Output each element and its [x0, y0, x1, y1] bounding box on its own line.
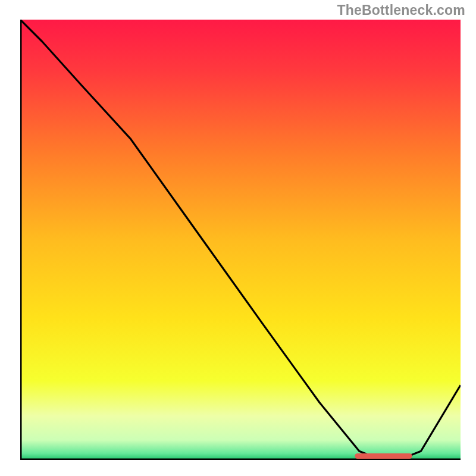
watermark-text: TheBottleneck.com	[337, 2, 465, 18]
plot-background	[20, 20, 461, 460]
optimum-marker	[355, 453, 412, 459]
chart-container: TheBottleneck.com	[0, 0, 476, 476]
plot-area	[20, 20, 461, 460]
chart-svg	[20, 20, 461, 460]
